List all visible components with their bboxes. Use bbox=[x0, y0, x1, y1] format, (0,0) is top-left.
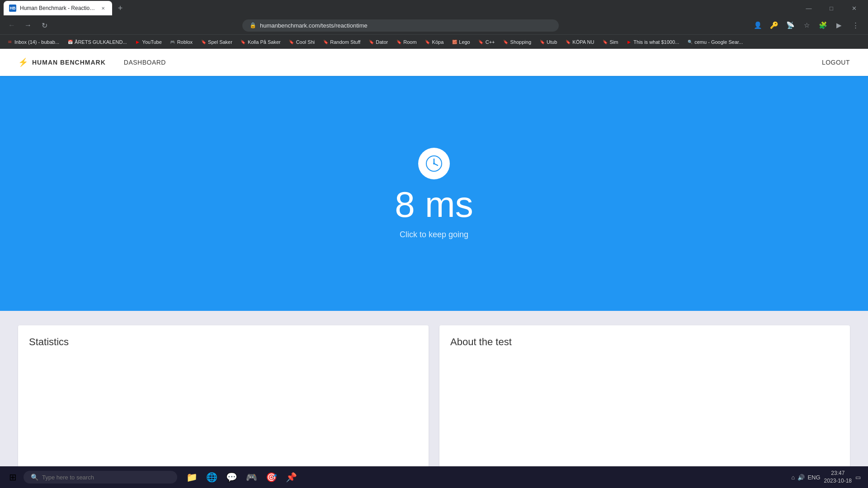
menu-icon[interactable]: ⋮ bbox=[848, 18, 863, 33]
close-button[interactable]: ✕ bbox=[844, 1, 864, 15]
bookmark-kolla[interactable]: 🔖 Kolla På Saker bbox=[237, 38, 284, 47]
site-nav: ⚡ HUMAN BENCHMARK DASHBOARD LOGOUT bbox=[0, 49, 868, 76]
taskbar: ⊞ 🔍 📁 🌐 💬 🎮 🎯 📌 ⌂ 🔊 ENG 23:47 bbox=[0, 466, 868, 488]
dashboard-link[interactable]: DASHBOARD bbox=[124, 59, 166, 66]
tab-close-button[interactable]: ✕ bbox=[99, 5, 107, 12]
url-text: humanbenchmark.com/tests/reactiontime bbox=[260, 22, 368, 29]
click-to-continue-text: Click to keep going bbox=[400, 230, 468, 239]
bookmark-favicon-cool: 🔖 bbox=[289, 39, 294, 45]
bookmark-inbox[interactable]: ✉ Inbox (14) - bubab... bbox=[4, 38, 63, 47]
lightning-icon: ⚡ bbox=[18, 57, 28, 67]
lang-label: ENG bbox=[807, 474, 820, 481]
bookmark-youtube[interactable]: ▶ YouTube bbox=[132, 38, 165, 47]
url-input[interactable]: 🔒 humanbenchmark.com/tests/reactiontime bbox=[242, 19, 559, 32]
reload-button[interactable]: ↻ bbox=[38, 19, 51, 32]
forward-button[interactable]: → bbox=[22, 19, 34, 32]
bookmark-label-utub: Utub bbox=[547, 39, 557, 45]
maximize-button[interactable]: □ bbox=[821, 1, 842, 15]
bookmark-spel[interactable]: 🔖 Spel Saker bbox=[197, 38, 236, 47]
show-desktop-button[interactable]: ▭ bbox=[855, 474, 861, 481]
bookmark-favicon-this-is-what: ▶ bbox=[626, 39, 632, 45]
taskbar-pinned[interactable]: 📌 bbox=[282, 468, 300, 486]
profile-icon[interactable]: 👤 bbox=[750, 18, 765, 33]
bookmark-favicon-inbox: ✉ bbox=[7, 39, 13, 45]
pinned-icon: 📌 bbox=[286, 472, 297, 483]
bookmark-this-is-what[interactable]: ▶ This is what $1000... bbox=[623, 38, 683, 47]
taskbar-steam[interactable]: 🎮 bbox=[242, 468, 260, 486]
bookmark-favicon-kopa-nu: 🔖 bbox=[565, 39, 571, 45]
taskbar-clock[interactable]: 23:47 2023-10-18 bbox=[824, 469, 852, 485]
bookmark-dator[interactable]: 🔖 Dator bbox=[365, 38, 392, 47]
website-content: ⚡ HUMAN BENCHMARK DASHBOARD LOGOUT 8 ms … bbox=[0, 49, 868, 488]
extension-icon[interactable]: 🧩 bbox=[816, 18, 830, 33]
taskbar-search[interactable]: 🔍 bbox=[24, 471, 177, 483]
bookmark-random[interactable]: 🔖 Random Stuff bbox=[319, 38, 364, 47]
minimize-button[interactable]: — bbox=[798, 1, 819, 15]
bookmark-favicon-roblox: 🎮 bbox=[170, 39, 175, 45]
bookmark-label-kolla: Kolla På Saker bbox=[248, 39, 281, 45]
tab-bar: HB Human Benchmark - Reaction T... ✕ + —… bbox=[0, 0, 868, 16]
bookmark-favicon-room: 🔖 bbox=[396, 39, 401, 45]
site-logo[interactable]: ⚡ HUMAN BENCHMARK bbox=[18, 57, 106, 67]
bookmark-label-kopa-nu: KÖPA NU bbox=[572, 39, 594, 45]
logout-link[interactable]: LOGOUT bbox=[822, 59, 850, 66]
start-button[interactable]: ⊞ bbox=[4, 468, 22, 486]
active-tab[interactable]: HB Human Benchmark - Reaction T... ✕ bbox=[4, 1, 112, 15]
bookmark-sim[interactable]: 🔖 Sim bbox=[599, 38, 622, 47]
bookmark-favicon-kolla: 🔖 bbox=[241, 39, 246, 45]
bookmark-lego[interactable]: 🧱 Lego bbox=[448, 38, 473, 47]
lock-icon: 🔒 bbox=[250, 22, 256, 28]
bookmark-favicon-cemu: 🔍 bbox=[687, 39, 693, 45]
bookmark-label-kopa: Köpa bbox=[432, 39, 444, 45]
cast-icon[interactable]: 📡 bbox=[783, 18, 797, 33]
chrome-icon: 🌐 bbox=[206, 472, 217, 483]
address-bar: ← → ↻ 🔒 humanbenchmark.com/tests/reactio… bbox=[0, 16, 868, 34]
star-icon[interactable]: ☆ bbox=[799, 18, 814, 33]
bookmark-label-this-is-what: This is what $1000... bbox=[633, 39, 679, 45]
bookmarks-bar: ✉ Inbox (14) - bubab... 📅 ÅRETS GULKALEN… bbox=[0, 34, 868, 49]
bookmark-label-roblox: Roblox bbox=[177, 39, 193, 45]
bookmark-label-lego: Lego bbox=[459, 39, 470, 45]
taskbar-files[interactable]: 📁 bbox=[183, 468, 201, 486]
steam-icon: 🎮 bbox=[246, 472, 257, 483]
new-tab-button[interactable]: + bbox=[114, 2, 127, 14]
bookmark-favicon-random: 🔖 bbox=[323, 39, 328, 45]
bookmark-label-spel: Spel Saker bbox=[208, 39, 232, 45]
files-icon: 📁 bbox=[186, 472, 198, 483]
bookmark-kopa[interactable]: 🔖 Köpa bbox=[421, 38, 448, 47]
search-input[interactable] bbox=[42, 474, 170, 481]
bookmark-label-sim: Sim bbox=[609, 39, 618, 45]
bookmark-favicon-lego: 🧱 bbox=[452, 39, 457, 45]
bookmark-favicon-utub: 🔖 bbox=[539, 39, 545, 45]
svg-point-3 bbox=[433, 163, 435, 164]
about-title: About the test bbox=[450, 336, 839, 348]
bookmark-arets[interactable]: 📅 ÅRETS GULKALEND... bbox=[64, 38, 131, 47]
bookmark-cool[interactable]: 🔖 Cool Shi bbox=[285, 38, 319, 47]
bookmark-label-dator: Dator bbox=[376, 39, 388, 45]
bookmark-label-youtube: YouTube bbox=[142, 39, 162, 45]
bookmark-room[interactable]: 🔖 Room bbox=[392, 38, 420, 47]
youtube-icon[interactable]: ▶ bbox=[832, 18, 846, 33]
bookmark-roblox[interactable]: 🎮 Roblox bbox=[166, 38, 196, 47]
network-icon[interactable]: ⌂ bbox=[792, 474, 795, 481]
site-title: HUMAN BENCHMARK bbox=[32, 59, 106, 66]
bookmark-favicon-shopping: 🔖 bbox=[503, 39, 509, 45]
bookmark-label-random: Random Stuff bbox=[330, 39, 360, 45]
clock-icon bbox=[418, 148, 450, 179]
reaction-time-display: 8 ms bbox=[395, 187, 473, 223]
taskbar-epic[interactable]: 🎯 bbox=[262, 468, 280, 486]
bookmark-favicon-spel: 🔖 bbox=[201, 39, 206, 45]
toolbar-icons: 👤 🔑 📡 ☆ 🧩 ▶ ⋮ bbox=[750, 18, 863, 33]
taskbar-chrome[interactable]: 🌐 bbox=[203, 468, 221, 486]
bookmark-utub[interactable]: 🔖 Utub bbox=[536, 38, 561, 47]
key-icon[interactable]: 🔑 bbox=[767, 18, 781, 33]
about-card: About the test bbox=[439, 325, 850, 474]
bookmark-cemu[interactable]: 🔍 cemu - Google Sear... bbox=[684, 38, 746, 47]
volume-icon[interactable]: 🔊 bbox=[797, 474, 805, 481]
taskbar-teams[interactable]: 💬 bbox=[222, 468, 241, 486]
bookmark-shopping[interactable]: 🔖 Shopping bbox=[500, 38, 535, 47]
reaction-area[interactable]: 8 ms Click to keep going bbox=[0, 76, 868, 311]
bookmark-cpp[interactable]: 🔖 C++ bbox=[475, 38, 499, 47]
back-button[interactable]: ← bbox=[5, 19, 18, 32]
bookmark-kopa-nu[interactable]: 🔖 KÖPA NU bbox=[561, 38, 598, 47]
